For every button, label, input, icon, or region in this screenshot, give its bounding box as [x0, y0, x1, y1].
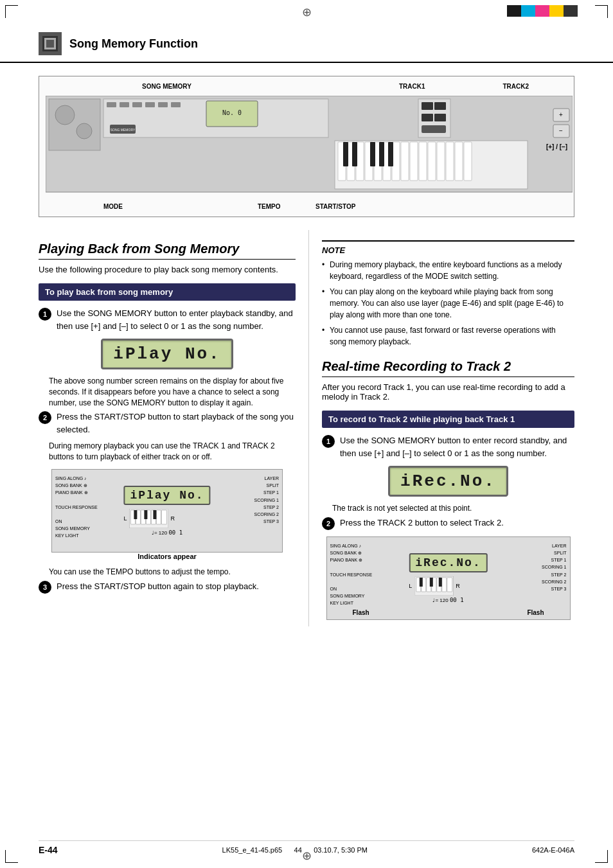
svg-rect-57: [134, 510, 137, 519]
svg-rect-20: [434, 102, 446, 110]
svg-rect-56: [161, 510, 166, 524]
svg-rect-41: [352, 142, 357, 166]
svg-rect-39: [464, 142, 472, 181]
note-item-1: During memory playback, the entire keybo…: [322, 259, 574, 282]
svg-rect-4: [49, 99, 100, 150]
svg-rect-11: [145, 102, 155, 107]
main-content: Playing Back from Song Memory Use the fo…: [0, 230, 613, 626]
svg-rect-12: [158, 102, 168, 107]
procedure-box-playback: To play back from song memory: [39, 283, 296, 301]
svg-rect-13: [171, 102, 181, 107]
page-footer: E-44 LK55_e_41-45.p65 44 03.10.7, 5:30 P…: [39, 840, 574, 855]
flash-diagram: SING ALONG ♪ SONG BANK ⊕ PIANO BANK ⊕ TO…: [326, 536, 571, 620]
note-section: NOTE During memory playback, the entire …: [322, 240, 574, 348]
lcd-text-rec-1: iRec.No.: [400, 472, 496, 491]
mini-keyboard-svg-2: [414, 576, 453, 596]
label-tempo: TEMPO: [258, 203, 281, 210]
svg-rect-9: [120, 102, 129, 107]
flash-label-right: Flash: [527, 609, 544, 616]
svg-text:SONG MEMORY: SONG MEMORY: [111, 128, 136, 132]
svg-rect-35: [428, 142, 436, 181]
svg-rect-55: [156, 510, 161, 524]
step-1-text: Use the SONG MEMORY button to enter play…: [57, 307, 296, 332]
svg-rect-10: [132, 102, 142, 107]
svg-rect-44: [388, 142, 393, 166]
step-number-3: 3: [39, 581, 51, 594]
step-2-text: Press the START/STOP button to start pla…: [57, 411, 296, 436]
indicator-diagram-wrapper: SING ALONG ♪ SONG BANK ⊕ PIANO BANK ⊕ TO…: [39, 469, 296, 560]
svg-point-5: [55, 105, 75, 125]
svg-rect-22: [434, 114, 446, 121]
svg-rect-33: [410, 142, 418, 181]
svg-rect-42: [370, 142, 375, 166]
footer-date: 03.10.7, 5:30 PM: [314, 846, 368, 854]
catalog-number: 642A-E-046A: [532, 846, 574, 854]
step-2-bullet: During memory playback you can use the T…: [49, 441, 296, 463]
label-mode: MODE: [103, 203, 123, 210]
flash-labels-right: LAYER SPLIT STEP 1 SCORING 1 STEP 2 SCOR…: [542, 542, 567, 592]
right-step-1: 1 Use the SONG MEMORY button to enter re…: [322, 434, 574, 459]
indicators-appear-label: Indicators appear: [39, 553, 296, 560]
svg-rect-36: [437, 142, 445, 181]
indicator-center: iPlay No. L: [123, 486, 210, 536]
page-title: Song Memory Function: [69, 37, 198, 51]
mini-lcd-record: iRec.No.: [409, 553, 487, 572]
right-section-subtitle: After you record Track 1, you can use re…: [322, 382, 574, 402]
flash-center: iRec.No. L: [409, 553, 487, 603]
procedure-box-record: To record to Track 2 while playing back …: [322, 411, 574, 428]
footer-page-num: 44: [294, 846, 302, 854]
svg-rect-32: [401, 142, 409, 181]
step-3-text: Press the START/STOP button again to sto…: [57, 580, 296, 593]
step-2-bullet-tempo: You can use the TEMPO buttons to adjust …: [49, 567, 296, 578]
page-content: Song Memory Function SONG MEMORY TRACK1 …: [0, 0, 613, 665]
keyboard-diagram-section: SONG MEMORY TRACK1 TRACK2 MODE TEMPO STA…: [39, 76, 574, 217]
indicator-diagram: SING ALONG ♪ SONG BANK ⊕ PIANO BANK ⊕ TO…: [51, 469, 283, 553]
right-step-1-text: Use the SONG MEMORY button to enter reco…: [340, 434, 574, 459]
right-step-number-1: 1: [322, 435, 335, 448]
right-step-2: 2 Press the TRACK 2 button to select Tra…: [322, 517, 574, 530]
svg-text:−: −: [559, 127, 563, 134]
label-start-stop: START/STOP: [315, 203, 355, 210]
lcd-text-1: iPlay No.: [113, 344, 220, 364]
step-number-2: 2: [39, 411, 51, 424]
flash-diagram-wrapper: SING ALONG ♪ SONG BANK ⊕ PIANO BANK ⊕ TO…: [322, 536, 574, 620]
corner-mark-bl: [5, 850, 18, 863]
lcd-screen-rec-1: iRec.No.: [388, 466, 508, 497]
footer-filename: LK55_e_41-45.p65: [222, 846, 283, 854]
lcd-display-playback-1: iPlay No.: [39, 339, 296, 369]
lcd-display-record-1: iRec.No.: [322, 466, 574, 497]
svg-rect-70: [438, 578, 441, 587]
corner-mark-br: [595, 850, 608, 863]
right-step-number-2: 2: [322, 517, 335, 530]
step-number-1: 1: [39, 308, 51, 321]
svg-rect-19: [422, 102, 433, 110]
flash-label-left: Flash: [353, 609, 369, 616]
svg-rect-23: [422, 125, 446, 133]
page-number: E-44: [39, 845, 58, 855]
corner-mark-tr: [595, 5, 608, 18]
svg-rect-68: [419, 578, 422, 587]
svg-rect-8: [107, 102, 116, 107]
step-2: 2 Press the START/STOP button to start p…: [39, 411, 296, 436]
footer-file-info: LK55_e_41-45.p65 44 03.10.7, 5:30 PM: [222, 846, 368, 854]
right-step-1-bullet: The track is not yet selected at this po…: [332, 503, 574, 514]
lcd-screen-1: iPlay No.: [101, 339, 233, 369]
left-section-subtitle: Use the following procedure to play back…: [39, 265, 296, 274]
indicator-labels-left: SING ALONG ♪ SONG BANK ⊕ PIANO BANK ⊕ TO…: [55, 475, 98, 540]
crosshair-top: ⊕: [302, 5, 312, 19]
svg-point-6: [76, 123, 92, 139]
svg-rect-21: [422, 114, 433, 121]
indicator-labels-right: LAYER SPLIT STEP 1 SCORING 1 STEP 2 SCOR…: [254, 475, 279, 525]
label-song-memory: SONG MEMORY: [142, 83, 191, 90]
mini-lcd-playback: iPlay No.: [123, 486, 210, 505]
right-column: NOTE During memory playback, the entire …: [308, 230, 574, 626]
step-3: 3 Press the START/STOP button again to s…: [39, 580, 296, 594]
keyboard-svg: SONG MEMORY No. 0: [46, 96, 573, 199]
svg-rect-37: [446, 142, 454, 181]
note-title: NOTE: [322, 245, 574, 255]
svg-rect-40: [343, 142, 348, 166]
svg-rect-66: [441, 578, 446, 592]
corner-mark-tl: [5, 5, 18, 18]
mini-keyboard-svg: [129, 509, 168, 528]
label-track2: TRACK2: [502, 83, 529, 90]
